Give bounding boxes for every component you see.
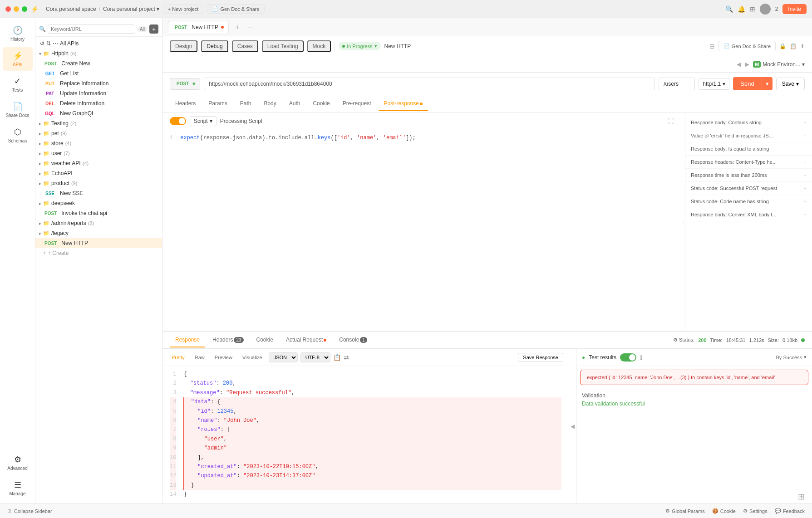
tab-params[interactable]: Params bbox=[203, 97, 232, 111]
grid-layout-icon[interactable]: ⊞ bbox=[798, 492, 805, 502]
testing-folder[interactable]: ▸ 📁 Testing (2) bbox=[35, 118, 162, 128]
lock-icon[interactable]: 🔒 bbox=[779, 43, 786, 49]
mock-env-selector[interactable]: M Mock Environ... ▾ bbox=[753, 61, 805, 68]
path-input[interactable] bbox=[659, 78, 695, 90]
sidebar-item-apis[interactable]: ⚡ APIs bbox=[3, 47, 33, 71]
format-button[interactable]: ⇄ bbox=[344, 354, 349, 361]
collapse-sidebar-label[interactable]: Collapse Sidebar bbox=[14, 508, 52, 514]
tab-design[interactable]: Design bbox=[170, 40, 197, 52]
method-selector[interactable]: POST ▾ bbox=[170, 78, 200, 90]
maximize-button[interactable] bbox=[22, 6, 27, 12]
feedback-button[interactable]: 💬 Feedback bbox=[775, 508, 805, 514]
tab-debug[interactable]: Debug bbox=[201, 40, 228, 52]
weather-api-folder[interactable]: ▸ 📁 weather API (4) bbox=[35, 158, 162, 168]
suggestion-item[interactable]: Response body: Convert XML body t...+ bbox=[685, 208, 812, 221]
script-toggle[interactable] bbox=[170, 117, 186, 125]
new-http-item[interactable]: POST New HTTP bbox=[35, 238, 162, 248]
delete-info-item[interactable]: DEL Delete Information bbox=[35, 98, 162, 108]
invoke-chat-item[interactable]: POST Invoke the chat api bbox=[35, 208, 162, 218]
status-badge[interactable]: In Progress ▾ bbox=[339, 42, 380, 50]
sidebar-item-schemas[interactable]: ⬡ Schemas bbox=[3, 123, 33, 147]
create-button[interactable]: + + Create bbox=[35, 248, 162, 258]
test-toggle[interactable] bbox=[620, 353, 636, 362]
cookie-button[interactable]: 🍪 Cookie bbox=[712, 508, 736, 514]
gen-doc-button[interactable]: 📄 Gen Doc & Share bbox=[718, 41, 776, 51]
tab-headers[interactable]: Headers bbox=[170, 97, 201, 111]
new-sse-item[interactable]: SSE New SSE bbox=[35, 188, 162, 198]
copy-icon[interactable]: 📋 bbox=[790, 43, 797, 49]
format-pretty[interactable]: Pretty bbox=[168, 353, 188, 362]
bell-icon[interactable]: 🔔 bbox=[738, 5, 745, 13]
new-graphql-item[interactable]: GQL New GraphQL bbox=[35, 108, 162, 118]
expand-icon[interactable]: ⛶ bbox=[668, 117, 674, 125]
global-params-button[interactable]: ⚙ Global Params bbox=[665, 508, 705, 514]
share-icon[interactable]: ⬆ bbox=[800, 43, 805, 49]
httpbin-folder[interactable]: ▾ 📁 Httpbin (6) bbox=[35, 49, 162, 59]
suggestion-item[interactable]: Response body: Is equal to a string+ bbox=[685, 142, 812, 156]
add-api-button[interactable]: + bbox=[149, 24, 158, 34]
code-editor[interactable]: 1 expect(response.json.data).to.include.… bbox=[162, 130, 681, 331]
tab-cookie-resp[interactable]: Cookie bbox=[251, 333, 279, 347]
tab-path[interactable]: Path bbox=[235, 97, 257, 111]
all-apis-header[interactable]: ↺ ⇅ ⋯ All APIs bbox=[35, 39, 162, 49]
suggestion-item[interactable]: Status code: Successful POST request+ bbox=[685, 182, 812, 195]
save-button[interactable]: Save ▾ bbox=[776, 78, 805, 90]
encoding-selector[interactable]: UTF-8 bbox=[300, 352, 330, 362]
store-folder[interactable]: ▸ 📁 store (4) bbox=[35, 138, 162, 148]
new-project-button[interactable]: + New project bbox=[163, 5, 204, 14]
all-filter-badge[interactable]: All bbox=[137, 26, 148, 32]
replace-info-item[interactable]: PUT Replace Information bbox=[35, 78, 162, 88]
create-new-item[interactable]: POST Create New bbox=[35, 59, 162, 68]
update-info-item[interactable]: PAT Update Information bbox=[35, 88, 162, 98]
toggle-switch[interactable] bbox=[170, 117, 186, 125]
tab-body[interactable]: Body bbox=[258, 97, 281, 111]
add-tab-button[interactable]: + bbox=[232, 22, 242, 32]
script-selector[interactable]: Script ▾ bbox=[190, 116, 217, 126]
get-list-item[interactable]: GET Get List bbox=[35, 68, 162, 78]
sidebar-item-manage[interactable]: ☰ Manage bbox=[3, 476, 33, 500]
resize-handle[interactable]: ⋮ bbox=[681, 112, 685, 331]
minimize-button[interactable] bbox=[14, 6, 19, 12]
layout-icon[interactable]: ⊞ bbox=[750, 5, 755, 13]
search-icon[interactable]: 🔍 bbox=[725, 5, 733, 13]
tab-mock[interactable]: Mock bbox=[307, 40, 331, 52]
format-selector[interactable]: JSON bbox=[269, 352, 298, 362]
save-response-button[interactable]: Save Response bbox=[518, 353, 563, 362]
tab-response[interactable]: Response bbox=[170, 333, 205, 347]
tab-cases[interactable]: Cases bbox=[232, 40, 258, 52]
legacy-folder[interactable]: ▸ 📁 /legacy bbox=[35, 228, 162, 238]
product-folder[interactable]: ▸ 📁 product (9) bbox=[35, 178, 162, 188]
send-button[interactable]: Send ▾ bbox=[733, 77, 772, 90]
active-request-tab[interactable]: POST New HTTP bbox=[168, 21, 229, 33]
sidebar-item-tests[interactable]: ✓ Tests bbox=[3, 73, 33, 96]
suggestion-item[interactable]: Response time is less than 200ms+ bbox=[685, 169, 812, 182]
project-dropdown[interactable]: Cora personal project ▾ bbox=[103, 6, 159, 12]
echoapi-folder[interactable]: ▸ 📁 EchoAPI bbox=[35, 168, 162, 178]
nav-left-icon[interactable]: ◀ bbox=[737, 61, 741, 68]
tab-headers-resp[interactable]: Headers23 bbox=[207, 333, 249, 347]
tab-cookie[interactable]: Cookie bbox=[307, 97, 335, 111]
collapse-response-handle[interactable]: ◀ bbox=[569, 349, 576, 503]
pet-folder[interactable]: ▸ 📁 pet (9) bbox=[35, 128, 162, 138]
user-folder[interactable]: ▸ 📁 user (7) bbox=[35, 148, 162, 158]
suggestion-item[interactable]: Status code: Code name has string+ bbox=[685, 195, 812, 208]
format-visualize[interactable]: Visualize bbox=[239, 353, 266, 362]
search-input[interactable] bbox=[48, 24, 135, 34]
gen-doc-share-button-title[interactable]: 📄 Gen Doc & Share bbox=[207, 4, 264, 14]
avatar[interactable] bbox=[760, 4, 771, 15]
tab-pre-request[interactable]: Pre-request bbox=[337, 97, 377, 111]
url-input[interactable] bbox=[204, 78, 655, 90]
shrink-icon[interactable]: ⊟ bbox=[709, 43, 715, 50]
format-preview[interactable]: Preview bbox=[211, 353, 236, 362]
tab-auth[interactable]: Auth bbox=[284, 97, 306, 111]
sidebar-item-advanced[interactable]: ⚙ Advanced bbox=[3, 451, 33, 474]
deepseek-folder[interactable]: ▸ 📁 deepseek bbox=[35, 198, 162, 208]
format-raw[interactable]: Raw bbox=[191, 353, 208, 362]
copy-response-button[interactable]: 📋 bbox=[333, 354, 341, 361]
sidebar-item-history[interactable]: 🕐 History bbox=[3, 22, 33, 45]
tab-load-testing[interactable]: Load Testing bbox=[262, 40, 304, 52]
tab-post-response[interactable]: Post-response bbox=[379, 97, 428, 111]
tab-console[interactable]: Console1 bbox=[334, 333, 373, 347]
invite-button[interactable]: Invite bbox=[782, 4, 807, 14]
info-icon[interactable]: ℹ bbox=[640, 354, 642, 361]
